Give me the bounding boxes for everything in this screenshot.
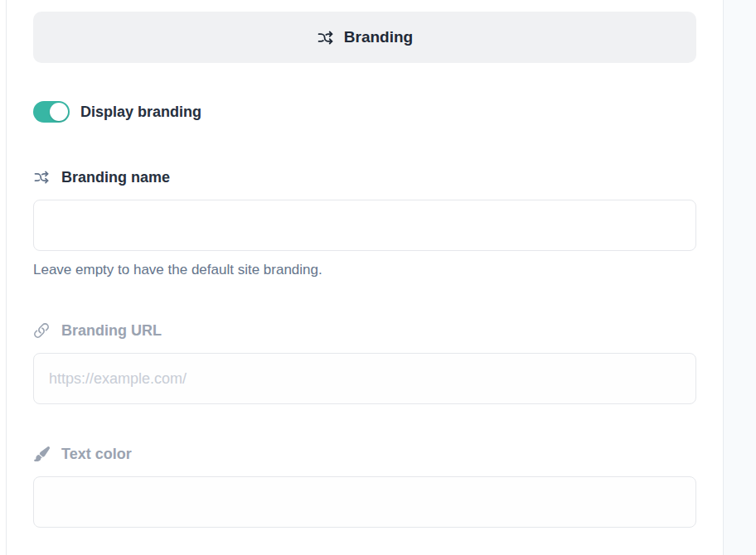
branding-settings-panel: Branding Display branding Branding name … (33, 0, 696, 528)
branding-name-label: Branding name (61, 169, 170, 186)
toggle-knob (50, 103, 68, 121)
branding-url-label: Branding URL (61, 322, 162, 340)
right-side-panel (723, 0, 756, 555)
text-color-label: Text color (61, 446, 132, 463)
branding-url-input[interactable] (33, 353, 696, 404)
branding-name-input[interactable] (33, 200, 696, 251)
shuffle-icon (33, 169, 50, 186)
section-title: Branding (344, 28, 413, 46)
display-branding-toggle[interactable] (33, 101, 70, 123)
branding-url-label-row: Branding URL (33, 321, 696, 340)
paintbrush-icon (33, 446, 50, 462)
text-color-input[interactable] (33, 476, 696, 528)
section-header-branding[interactable]: Branding (33, 12, 696, 63)
text-color-label-row: Text color (33, 444, 696, 464)
branding-name-label-row: Branding name (33, 167, 696, 187)
branding-name-helper: Leave empty to have the default site bra… (33, 262, 696, 278)
display-branding-row: Display branding (33, 100, 696, 123)
left-border-divider (6, 0, 7, 555)
link-icon (33, 322, 50, 339)
shuffle-icon (317, 29, 334, 46)
display-branding-label: Display branding (80, 104, 201, 121)
